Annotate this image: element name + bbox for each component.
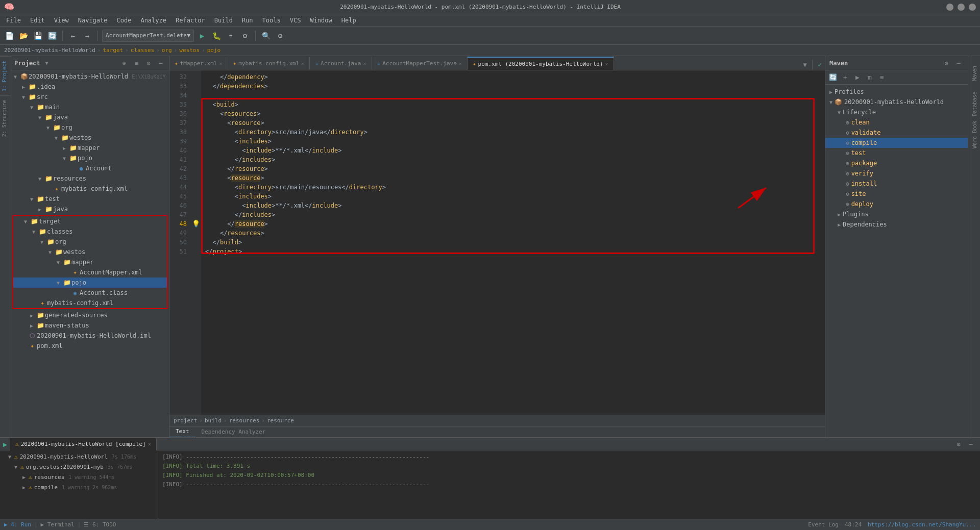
- maven-add-button[interactable]: +: [840, 72, 851, 83]
- run-item-compile[interactable]: ▶ ⚠ compile 1 warning 2s 962ms: [0, 482, 158, 492]
- menu-build[interactable]: Build: [210, 16, 237, 25]
- tree-arrow-java[interactable]: ▼: [36, 115, 44, 120]
- maven-item-validate[interactable]: ⚙ validate: [825, 128, 968, 138]
- tree-arrow-target[interactable]: ▼: [21, 219, 30, 224]
- tree-item-src[interactable]: ▼ 📁 src: [11, 92, 169, 102]
- tree-item-pojo-target[interactable]: ▼ 📁 pojo: [13, 277, 167, 288]
- sidebar-close-button[interactable]: —: [156, 58, 166, 68]
- menu-analyze[interactable]: Analyze: [136, 16, 170, 25]
- vtab-structure[interactable]: 2: Structure: [0, 95, 11, 141]
- tree-item-test[interactable]: ▼ 📁 test: [11, 194, 169, 204]
- bottom-tab-dependency[interactable]: Dependency Analyzer: [195, 426, 272, 438]
- tab-close-tmapper[interactable]: ✕: [219, 61, 222, 66]
- tree-arrow-root[interactable]: ▼: [11, 74, 19, 80]
- menu-window[interactable]: Window: [306, 16, 336, 25]
- menu-file[interactable]: File: [2, 16, 25, 25]
- tab-check-icon[interactable]: ✓: [815, 60, 825, 70]
- maven-collapse-button[interactable]: ≡: [876, 72, 888, 83]
- tree-arrow-maven-status[interactable]: ▶: [28, 323, 36, 329]
- maven-item-verify[interactable]: ⚙ verify: [825, 168, 968, 179]
- tree-item-account-java[interactable]: ▶ ● Account: [11, 163, 169, 173]
- vtab-database[interactable]: Database: [969, 89, 980, 119]
- menu-edit[interactable]: Edit: [26, 16, 49, 25]
- run-play-icon[interactable]: ▶: [0, 438, 10, 450]
- tree-arrow-mapper-target[interactable]: ▼: [54, 260, 62, 265]
- tree-item-resources[interactable]: ▼ 📁 resources: [11, 173, 169, 184]
- sidebar-settings-button[interactable]: ⚙: [143, 58, 154, 68]
- menu-run[interactable]: Run: [238, 16, 257, 25]
- maximize-button[interactable]: □: [958, 4, 965, 11]
- run-button[interactable]: ▶: [196, 30, 208, 42]
- editor-breadcrumb-build[interactable]: build: [205, 417, 222, 424]
- code-area[interactable]: </dependency> </dependencies> <build> <r…: [201, 70, 825, 415]
- search-button[interactable]: 🔍: [260, 30, 272, 42]
- build-button[interactable]: ⚙: [239, 30, 251, 42]
- tree-item-mybatis-main[interactable]: ▶ ✦ mybatis-config.xml: [11, 184, 169, 194]
- toolbar-save-button[interactable]: 💾: [32, 30, 44, 42]
- tree-item-pom[interactable]: ▶ ✦ pom.xml: [11, 341, 169, 351]
- editor-breadcrumb-project[interactable]: project: [174, 417, 197, 424]
- sidebar-locate-button[interactable]: ⊕: [119, 58, 129, 68]
- tree-item-accountmapper-xml[interactable]: ▶ ✦ AccountMapper.xml: [13, 267, 167, 277]
- settings-button[interactable]: ⚙: [274, 30, 286, 42]
- run-config-combo[interactable]: AccountMapperTest.delete ▼: [102, 30, 194, 42]
- tree-arrow-mapper[interactable]: ▶: [60, 145, 68, 151]
- run-tab-close[interactable]: ✕: [148, 441, 152, 447]
- run-item-resources[interactable]: ▶ ⚠ resources 1 warning 544ms: [0, 472, 158, 482]
- breadcrumb-project[interactable]: 20200901-mybatis-HelloWorld: [4, 47, 95, 54]
- tree-item-target[interactable]: ▼ 📁 target: [13, 216, 167, 226]
- maven-refresh-button[interactable]: 🔄: [827, 72, 839, 83]
- tree-item-maven-status[interactable]: ▶ 📁 maven-status: [11, 320, 169, 331]
- tree-item-iml[interactable]: ▶ ⬡ 20200901-mybatis-HelloWorld.iml: [11, 331, 169, 341]
- tree-arrow-java-test[interactable]: ▶: [36, 207, 44, 212]
- menu-vcs[interactable]: VCS: [286, 16, 305, 25]
- menu-code[interactable]: Code: [113, 16, 136, 25]
- sidebar-collapse-button[interactable]: ≡: [131, 58, 141, 68]
- tree-item-mapper[interactable]: ▶ 📁 mapper: [11, 143, 169, 153]
- toolbar-back-button[interactable]: ←: [67, 30, 79, 42]
- tab-account-java[interactable]: ☕ Account.java ✕: [310, 57, 372, 70]
- vtab-maven[interactable]: Maven: [969, 58, 980, 89]
- editor-breadcrumb-resource[interactable]: resource: [267, 417, 294, 424]
- tree-item-main[interactable]: ▼ 📁 main: [11, 102, 169, 112]
- run-settings-button[interactable]: ⚙: [953, 439, 964, 449]
- maven-item-dependencies[interactable]: ▶ Dependencies: [825, 219, 968, 230]
- tree-arrow-classes[interactable]: ▼: [30, 229, 38, 235]
- tab-close-accountmapper-test[interactable]: ✕: [459, 61, 462, 66]
- toolbar-sync-button[interactable]: 🔄: [46, 30, 58, 42]
- run-item-root[interactable]: ▼ ⚠ 20200901-mybatis-HelloWorl 7s 176ms: [0, 451, 158, 462]
- coverage-button[interactable]: ☂: [225, 30, 237, 42]
- tree-arrow-pojo-target[interactable]: ▼: [54, 280, 62, 286]
- tab-close-mybatis[interactable]: ✕: [301, 61, 304, 66]
- tab-mybatis[interactable]: ✦ mybatis-config.xml ✕: [228, 57, 310, 70]
- menu-tools[interactable]: Tools: [258, 16, 285, 25]
- editor-breadcrumb-resources[interactable]: resources: [229, 417, 260, 424]
- maven-settings-button[interactable]: ⚙: [941, 58, 951, 68]
- tree-item-generated[interactable]: ▶ 📁 generated-sources: [11, 310, 169, 320]
- maven-item-project[interactable]: ▼ 📦 20200901-mybatis-HelloWorld: [825, 97, 968, 107]
- run-item-org[interactable]: ▼ ⚠ org.westos:20200901-myb 3s 767ms: [0, 462, 158, 472]
- vtab-project[interactable]: 1: Project: [0, 56, 11, 95]
- tab-pom[interactable]: ✦ pom.xml (20200901-mybatis-HelloWorld) …: [468, 57, 614, 70]
- tree-arrow-westos[interactable]: ▼: [52, 135, 60, 141]
- maven-item-site[interactable]: ⚙ site: [825, 189, 968, 199]
- todo-shortcut[interactable]: ☰ 6: TODO: [84, 521, 116, 528]
- tree-arrow-org-target[interactable]: ▼: [38, 239, 46, 245]
- gutter-icon-48[interactable]: 💡: [191, 219, 201, 229]
- tab-accountmapper-test[interactable]: ☕ AccountMapperTest.java ✕: [372, 57, 468, 70]
- maven-item-install[interactable]: ⚙ install: [825, 179, 968, 189]
- run-shortcut[interactable]: ▶ 4: Run: [4, 521, 31, 528]
- close-button[interactable]: ✕: [969, 4, 976, 11]
- breadcrumb-classes[interactable]: classes: [131, 47, 154, 54]
- tree-item-pojo-main[interactable]: ▼ 📁 pojo: [11, 153, 169, 163]
- tree-arrow-main[interactable]: ▼: [28, 105, 36, 110]
- breadcrumb-org[interactable]: org: [162, 47, 172, 54]
- breadcrumb-westos[interactable]: westos: [179, 47, 200, 54]
- maven-item-profiles[interactable]: ▶ Profiles: [825, 87, 968, 97]
- breadcrumb-target[interactable]: target: [103, 47, 123, 54]
- menu-refactor[interactable]: Refactor: [172, 16, 209, 25]
- tree-item-mapper-target[interactable]: ▼ 📁 mapper: [13, 257, 167, 267]
- tree-arrow-generated[interactable]: ▶: [28, 313, 36, 318]
- maven-item-deploy[interactable]: ⚙ deploy: [825, 199, 968, 209]
- bottom-tab-text[interactable]: Text: [169, 426, 195, 438]
